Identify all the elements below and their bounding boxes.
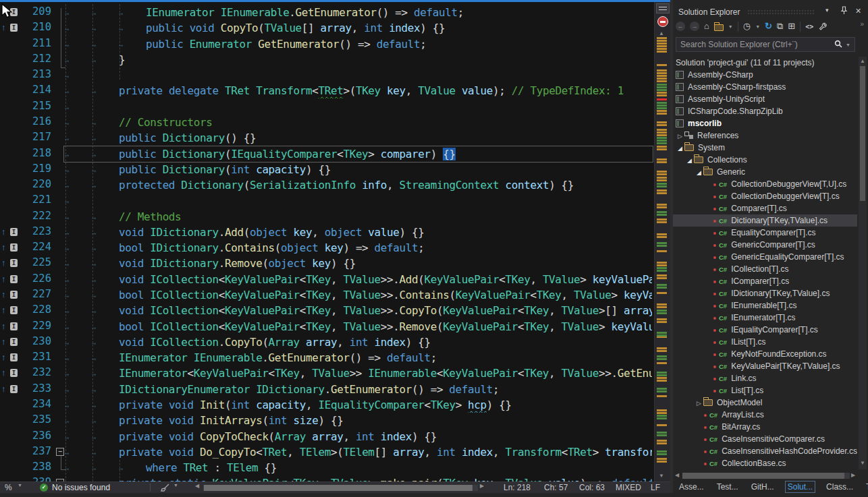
tree-scroll-up-icon[interactable]: ▲ bbox=[860, 58, 865, 64]
code-line[interactable]: ↑I209→→→IEnumerator IEnumerable.GetEnume… bbox=[0, 5, 652, 20]
expander-open-icon[interactable]: ◢ bbox=[685, 154, 694, 166]
code-line[interactable]: 238→→→where TRet : TElem {} bbox=[0, 460, 652, 475]
tree-item-project[interactable]: Assembly-CSharp bbox=[673, 69, 857, 81]
code-line[interactable]: ↑I231→→IEnumerator IEnumerable.GetEnumer… bbox=[0, 350, 652, 366]
tree-item-folder[interactable]: ▷ObjectModel bbox=[673, 397, 857, 409]
code-line[interactable]: ↑I228→→void ICollection<KeyValuePair<TKe… bbox=[0, 303, 652, 318]
tree-item-file[interactable]: C#IEnumerator[T].cs bbox=[673, 312, 857, 324]
code-line[interactable]: ↑I225→→void IDictionary.Remove(object ke… bbox=[0, 256, 652, 271]
hscroll-right-arrow-icon[interactable]: ▶ bbox=[480, 483, 484, 489]
tree-item-file[interactable]: C#BitArray.cs bbox=[673, 421, 857, 433]
switch-views-dropdown-icon[interactable]: ▼ bbox=[728, 24, 733, 29]
tree-item-file[interactable]: C#CollectionBase.cs bbox=[673, 457, 857, 469]
split-editor-handle[interactable] bbox=[656, 3, 670, 13]
code-line[interactable]: ↑I226→→void ICollection<KeyValuePair<TKe… bbox=[0, 272, 652, 287]
tree-item-project[interactable]: mscorlib bbox=[673, 117, 857, 129]
panel-tab[interactable]: Class... bbox=[824, 481, 855, 492]
tree-item-solution[interactable]: Solution 'project-gui' (11 of 11 project… bbox=[673, 57, 857, 69]
code-line[interactable]: 213→ bbox=[0, 67, 652, 83]
fold-collapse-icon[interactable]: − bbox=[56, 448, 64, 456]
search-input[interactable] bbox=[680, 38, 822, 51]
filter-dropdown-icon[interactable]: ▼ bbox=[755, 24, 760, 29]
tree-item-file[interactable]: C#IDictionary[TKey,TValue].cs bbox=[673, 287, 857, 299]
panel-tab[interactable]: Test... bbox=[715, 481, 740, 492]
code-line[interactable]: 212→→} bbox=[0, 52, 652, 67]
code-line[interactable]: 222→→// Methods bbox=[0, 209, 652, 225]
tree-item-file[interactable]: C#IEqualityComparer[T].cs bbox=[673, 324, 857, 336]
collapse-all-icon[interactable]: ⧉ bbox=[777, 21, 783, 32]
code-line[interactable]: ↑I229→→bool ICollection<KeyValuePair<TKe… bbox=[0, 319, 652, 334]
editor-vertical-scrollbar[interactable]: ▲ ▼ bbox=[654, 2, 670, 481]
cleanup-dropdown-icon[interactable]: ▼ bbox=[173, 483, 178, 488]
code-line[interactable]: ↑I223→→void IDictionary.Add(object key, … bbox=[0, 225, 652, 240]
expander-open-icon[interactable]: ◢ bbox=[676, 142, 684, 154]
panel-tab[interactable]: GitH... bbox=[749, 481, 776, 492]
tree-hscroll-thumb[interactable] bbox=[682, 473, 844, 479]
tree-item-project[interactable]: Assembly-UnityScript bbox=[673, 93, 857, 105]
show-all-files-icon[interactable]: ⊞ bbox=[788, 21, 795, 32]
code-line[interactable]: ↑I232→→IEnumerator<KeyValuePair<TKey, TV… bbox=[0, 366, 652, 381]
search-box[interactable]: ▼ bbox=[676, 37, 855, 52]
editor-horizontal-scrollbar[interactable] bbox=[203, 485, 478, 491]
code-line[interactable]: 237−→→private void Do_CopyTo<TRet, TElem… bbox=[0, 444, 652, 460]
tree-item-folder[interactable]: ◢Generic bbox=[673, 166, 857, 178]
code-line[interactable]: 215→ bbox=[0, 99, 652, 115]
refresh-icon[interactable]: ↻ bbox=[765, 21, 772, 32]
scroll-down-arrow-icon[interactable]: ▼ bbox=[659, 473, 664, 479]
close-icon[interactable]: ✕ bbox=[855, 7, 861, 16]
tree-item-file[interactable]: C#GenericComparer[T].cs bbox=[673, 239, 857, 251]
tree-item-file[interactable]: C#List[T].cs bbox=[673, 384, 857, 397]
code-line[interactable]: 217→→public Dictionary() {} bbox=[0, 130, 652, 146]
home-icon[interactable]: ⌂ bbox=[704, 21, 709, 32]
scroll-up-arrow-icon[interactable]: ▲ bbox=[659, 30, 664, 36]
expander-closed-icon[interactable]: ▷ bbox=[695, 397, 703, 409]
tree-item-file[interactable]: C#CollectionDebuggerView[T,U].cs bbox=[673, 178, 857, 190]
back-button-icon[interactable]: ← bbox=[676, 22, 685, 31]
tree-item-file[interactable]: C#CollectionDebuggerView[T].cs bbox=[673, 190, 857, 202]
switch-views-icon[interactable] bbox=[714, 24, 724, 31]
tree-item-refs[interactable]: ▷References bbox=[673, 129, 857, 142]
tree-item-file[interactable]: C#ICollection[T].cs bbox=[673, 263, 857, 275]
tree-item-project[interactable]: ICSharpCode.SharpZipLib bbox=[673, 105, 857, 117]
search-icon[interactable] bbox=[834, 40, 842, 48]
tree-item-file[interactable]: C#IList[T].cs bbox=[673, 336, 857, 348]
tree-item-folder[interactable]: ◢Collections bbox=[673, 154, 857, 166]
tree-item-file[interactable]: C#ArrayList.cs bbox=[673, 409, 857, 421]
tree-hscroll-left-icon[interactable]: ◀ bbox=[675, 472, 679, 478]
tree-item-file[interactable]: C#EqualityComparer[T].cs bbox=[673, 227, 857, 239]
code-line[interactable]: 221→ bbox=[0, 193, 652, 208]
panel-tab[interactable]: Asse... bbox=[677, 481, 706, 492]
code-line[interactable]: 218→→public Dictionary(IEqualityComparer… bbox=[0, 146, 652, 162]
code-line[interactable]: 220→→protected Dictionary(SerializationI… bbox=[0, 177, 652, 193]
code-editor[interactable]: ↑I209→→→IEnumerator IEnumerable.GetEnume… bbox=[0, 0, 670, 497]
pending-changes-filter-icon[interactable]: ◷ bbox=[743, 21, 751, 32]
code-line[interactable]: 219→→public Dictionary(int capacity) {} bbox=[0, 162, 652, 177]
code-line[interactable]: 214→→private delegate TRet Transform<TRe… bbox=[0, 83, 652, 98]
tree-item-project[interactable]: Assembly-CSharp-firstpass bbox=[673, 81, 857, 93]
hscroll-left-arrow-icon[interactable]: ◀ bbox=[195, 483, 199, 489]
panel-tab[interactable]: Tea... bbox=[864, 481, 868, 492]
code-line[interactable]: ↑I233→→IDictionaryEnumerator IDictionary… bbox=[0, 382, 652, 397]
code-line[interactable]: 211→→→public Enumerator GetEnumerator() … bbox=[0, 36, 652, 52]
code-line[interactable]: ↑I224→→bool IDictionary.Contains(object … bbox=[0, 240, 652, 256]
pin-icon[interactable] bbox=[840, 6, 848, 15]
panel-tab[interactable]: Solut... bbox=[785, 481, 815, 493]
tree-item-file[interactable]: C#IComparer[T].cs bbox=[673, 275, 857, 287]
tree-item-file[interactable]: C#CaseInsensitiveComparer.cs bbox=[673, 433, 857, 445]
tree-item-file[interactable]: C#Link.cs bbox=[673, 372, 857, 384]
search-options-dropdown-icon[interactable]: ▼ bbox=[846, 42, 850, 47]
tree-horizontal-scrollbar[interactable] bbox=[682, 473, 850, 479]
view-code-icon[interactable]: <> bbox=[805, 23, 813, 30]
tree-item-file[interactable]: C#GenericEqualityComparer[T].cs bbox=[673, 251, 857, 263]
code-line[interactable]: ↑I230→→void ICollection.CopyTo(Array arr… bbox=[0, 334, 652, 350]
code-line[interactable]: ↑I227→→bool ICollection<KeyValuePair<TKe… bbox=[0, 287, 652, 303]
window-position-chevron-icon[interactable]: ▾ bbox=[825, 7, 829, 13]
code-lines[interactable]: ↑I209→→→IEnumerator IEnumerable.GetEnume… bbox=[0, 0, 652, 497]
cleanup-broom-icon[interactable] bbox=[160, 484, 171, 492]
tree-item-file[interactable]: C#IEnumerable[T].cs bbox=[673, 299, 857, 312]
zoom-dropdown-icon[interactable]: ▼ bbox=[18, 483, 22, 488]
tree-item-file[interactable]: C#KeyValuePair[TKey,TValue].cs bbox=[673, 360, 857, 372]
tree-item-file[interactable]: C#KeyNotFoundException.cs bbox=[673, 348, 857, 360]
expander-closed-icon[interactable]: ▷ bbox=[676, 130, 684, 142]
code-line[interactable]: 235→→private void InitArrays(int size) {… bbox=[0, 413, 652, 428]
